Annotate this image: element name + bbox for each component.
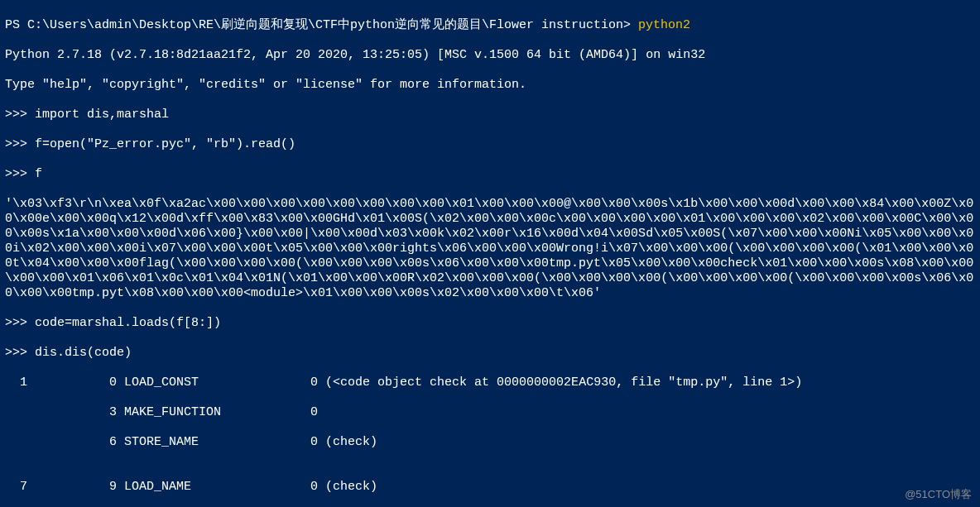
f-bytes-output: '\x03\xf3\r\n\xea\x0f\xa2ac\x00\x00\x00\… <box>5 197 975 301</box>
dis-row: 7 9 LOAD_NAME 0 (check) <box>5 480 975 495</box>
typed-command: python2 <box>638 18 690 32</box>
repl-line-marshal: >>> code=marshal.loads(f[8:]) <box>5 316 975 331</box>
repl-prompt: >>> <box>5 346 35 360</box>
ps-prompt: PS C:\Users\admin\Desktop\RE\刷逆向题和复现\CTF… <box>5 18 638 32</box>
repl-prompt: >>> <box>5 167 35 181</box>
dis-row: 6 STORE_NAME 0 (check) <box>5 435 975 450</box>
python-banner-2: Type "help", "copyright", "credits" or "… <box>5 78 975 93</box>
repl-input: f=open("Pz_error.pyc", "rb").read() <box>35 137 295 151</box>
watermark: @51CTO博客 <box>905 487 972 502</box>
repl-line-f: >>> f <box>5 167 975 182</box>
repl-input: f <box>35 167 42 181</box>
repl-input: code=marshal.loads(f[8:]) <box>35 316 221 330</box>
repl-prompt: >>> <box>5 316 35 330</box>
dis-row: 1 0 LOAD_CONST 0 (<code object check at … <box>5 375 975 390</box>
repl-line-dis: >>> dis.dis(code) <box>5 346 975 361</box>
python-banner-1: Python 2.7.18 (v2.7.18:8d21aa21f2, Apr 2… <box>5 48 975 63</box>
repl-prompt: >>> <box>5 137 35 151</box>
ps-prompt-line: PS C:\Users\admin\Desktop\RE\刷逆向题和复现\CTF… <box>5 18 975 33</box>
repl-input: dis.dis(code) <box>35 346 132 360</box>
repl-prompt: >>> <box>5 108 35 122</box>
repl-line-open: >>> f=open("Pz_error.pyc", "rb").read() <box>5 137 975 152</box>
repl-line-import: >>> import dis,marshal <box>5 108 975 122</box>
dis-row: 3 MAKE_FUNCTION 0 <box>5 405 975 420</box>
repl-input: import dis,marshal <box>35 108 169 122</box>
terminal-output[interactable]: PS C:\Users\admin\Desktop\RE\刷逆向题和复现\CTF… <box>0 0 980 507</box>
